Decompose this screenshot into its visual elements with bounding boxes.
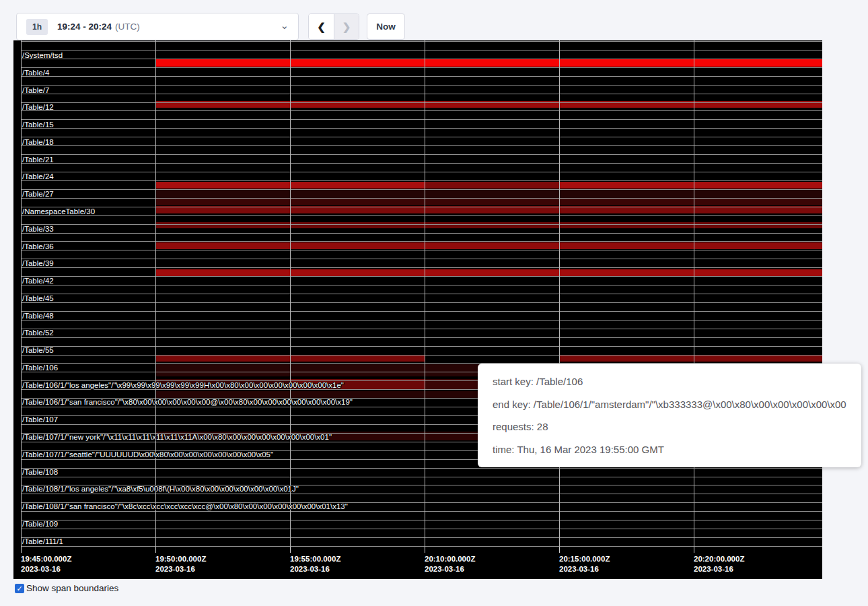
span-boundary-line	[21, 511, 822, 512]
time-gridline	[425, 40, 425, 552]
toolbar: 1h 19:24 - 20:24 (UTC) ⌄ ❮ ❯ Now	[0, 0, 868, 40]
axis-tick	[21, 547, 22, 553]
time-nav-group: ❮ ❯	[308, 13, 359, 40]
span-boundary-line	[21, 267, 822, 268]
show-span-boundaries-checkbox[interactable]: ✓	[15, 584, 24, 593]
span-boundary-line	[21, 94, 822, 94]
time-range-preset-badge: 1h	[26, 19, 48, 35]
span-key-label: /Table/108/1/"san francisco"/"\x8c\xcc\x…	[22, 502, 348, 510]
axis-date-label: 2023-03-16	[155, 565, 195, 573]
span-key-label: /Table/109	[22, 520, 58, 528]
span-boundary-line	[21, 102, 822, 103]
heatmap-band[interactable]	[155, 190, 822, 198]
span-boundary-line	[21, 41, 822, 42]
axis-time-label: 19:50:00.000Z	[155, 555, 206, 563]
heatmap-band[interactable]	[155, 269, 822, 276]
span-key-label: /Table/48	[22, 312, 54, 320]
span-boundary-line	[21, 355, 822, 356]
span-key-label: /Table/106/1/"san francisco"/"\x80\x00\x…	[22, 398, 353, 406]
span-key-label: /Table/39	[22, 259, 54, 267]
time-gridline	[21, 40, 22, 552]
span-boundary-line	[21, 137, 822, 137]
heatmap-canvas[interactable]: /System/tsd/Table/4/Table/7/Table/12/Tab…	[13, 40, 822, 579]
span-key-label: /Table/18	[22, 138, 54, 146]
heatmap-band[interactable]	[155, 199, 822, 205]
time-range-text: 19:24 - 20:24	[57, 22, 112, 32]
span-boundary-line	[21, 189, 822, 190]
span-boundary-line	[21, 329, 822, 329]
axis-tick	[155, 547, 156, 553]
axis-time-label: 20:10:00.000Z	[425, 555, 475, 563]
span-key-label: /Table/55	[22, 346, 54, 354]
span-key-label: /Table/12	[22, 103, 54, 111]
span-key-label: /Table/15	[22, 121, 54, 129]
span-key-label: /Table/27	[22, 190, 54, 198]
axis-time-label: 19:55:00.000Z	[290, 555, 340, 563]
span-key-label: /Table/111/1	[22, 537, 63, 545]
span-boundary-line	[21, 529, 822, 529]
span-key-label: /Table/107	[22, 415, 58, 424]
next-time-button[interactable]: ❯	[334, 14, 359, 39]
span-key-label: /Table/108	[22, 468, 58, 476]
time-gridline	[155, 40, 156, 552]
heatmap-band[interactable]	[155, 59, 822, 67]
span-key-label: /Table/106/1/"los angeles"/"\x99\x99\x99…	[22, 381, 344, 389]
chevron-down-icon: ⌄	[280, 20, 289, 30]
span-key-label: /Table/7	[22, 86, 49, 94]
span-boundary-line	[21, 50, 822, 50]
span-boundary-line	[21, 520, 822, 520]
span-key-label: /Table/4	[22, 69, 49, 77]
span-key-label: /NamespaceTable/30	[22, 207, 95, 215]
span-key-label: /Table/24	[22, 172, 54, 180]
span-boundary-line	[21, 128, 822, 129]
axis-date-label: 2023-03-16	[21, 565, 61, 573]
span-boundary-line	[21, 311, 822, 312]
span-boundary-line	[21, 180, 822, 181]
time-range-timezone: (UTC)	[115, 22, 140, 32]
heatmap-band[interactable]	[559, 356, 822, 362]
heatmap-band[interactable]	[425, 182, 559, 189]
axis-date-label: 2023-03-16	[290, 565, 330, 573]
tooltip-time: time: Thu, 16 Mar 2023 19:55:00 GMT	[493, 438, 846, 461]
span-boundary-line	[21, 172, 822, 172]
now-button[interactable]: Now	[367, 13, 405, 40]
heatmap-band[interactable]	[155, 222, 822, 228]
span-tooltip: start key: /Table/106 end key: /Table/10…	[478, 364, 861, 467]
axis-tick	[290, 547, 291, 553]
span-boundary-line	[21, 67, 822, 68]
span-boundary-line	[21, 250, 822, 250]
axis-time-label: 20:15:00.000Z	[559, 555, 610, 563]
axis-date-label: 2023-03-16	[694, 565, 733, 573]
heatmap-band[interactable]	[155, 242, 822, 249]
span-boundary-line	[21, 85, 822, 86]
span-boundary-line	[21, 215, 822, 216]
span-boundary-line	[21, 224, 822, 225]
span-key-label: /Table/42	[22, 277, 54, 285]
span-key-label: /Table/107/1/"new york"/"\x11\x11\x11\x1…	[22, 433, 332, 441]
span-boundary-line	[21, 337, 822, 338]
span-key-label: /Table/36	[22, 242, 54, 250]
span-key-label: /Table/52	[22, 329, 54, 337]
span-boundary-line	[21, 294, 822, 294]
axis-time-label: 19:45:00.000Z	[21, 555, 71, 563]
tooltip-requests: requests: 28	[493, 415, 846, 438]
span-boundaries-row: ✓ Show span boundaries	[15, 583, 118, 593]
span-key-label: /Table/106	[22, 364, 58, 372]
span-boundary-line	[21, 468, 822, 469]
span-boundary-line	[21, 110, 822, 111]
span-key-label: /Table/33	[22, 225, 54, 233]
span-boundary-line	[21, 59, 822, 59]
heatmap-band[interactable]	[559, 182, 822, 189]
span-boundary-line	[21, 154, 822, 155]
span-boundary-line	[21, 546, 822, 547]
span-boundary-line	[21, 494, 822, 494]
span-key-label: /System/tsd	[22, 51, 63, 59]
prev-time-button[interactable]: ❮	[309, 14, 334, 39]
span-boundary-line	[21, 233, 822, 234]
axis-tick	[694, 547, 694, 553]
span-boundary-line	[21, 320, 822, 321]
axis-tick	[559, 547, 560, 553]
time-range-selector[interactable]: 1h 19:24 - 20:24 (UTC) ⌄	[16, 13, 299, 40]
tooltip-start-key: start key: /Table/106	[493, 370, 846, 393]
axis-date-label: 2023-03-16	[559, 565, 599, 573]
